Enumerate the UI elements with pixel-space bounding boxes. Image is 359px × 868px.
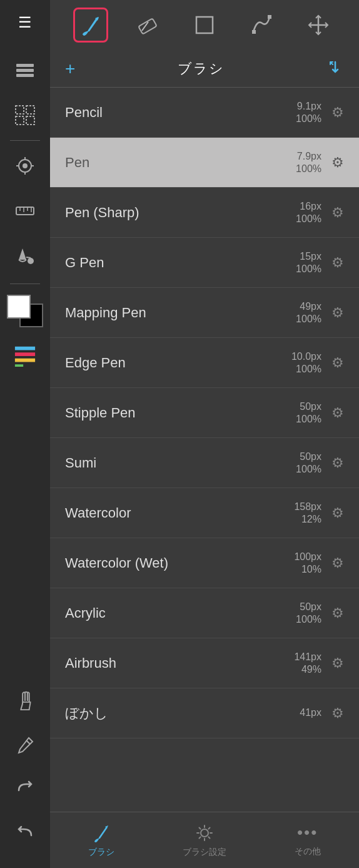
svg-rect-12 [15, 352, 35, 356]
sidebar-item-undo[interactable] [0, 813, 50, 858]
brush-item-size: 50px [300, 451, 321, 462]
svg-rect-18 [268, 15, 271, 19]
brush-item-settings-button[interactable]: ⚙ [331, 205, 344, 221]
brush-list-item[interactable]: Sumi 50px 100% ⚙ [50, 438, 359, 488]
sidebar-item-redo[interactable] [0, 768, 50, 813]
brush-list-item[interactable]: Pen 7.9px 100% ⚙ [50, 138, 359, 188]
tab-brush-settings[interactable]: ブラシ設定 [153, 823, 256, 858]
brush-item-name: ぼかし [65, 704, 300, 723]
brush-item-settings-button[interactable]: ⚙ [331, 355, 344, 371]
svg-point-19 [201, 829, 208, 837]
brush-item-size: 100px [294, 551, 321, 563]
svg-rect-17 [252, 30, 256, 34]
brush-item-settings-button[interactable]: ⚙ [331, 305, 344, 321]
brush-item-opacity: 100% [296, 163, 321, 175]
brush-item-name: Watercolor (Wet) [65, 555, 294, 571]
brush-list-item[interactable]: Acrylic 50px 100% ⚙ [50, 588, 359, 638]
redo-icon [14, 779, 36, 802]
brush-panel-title: ブラシ [178, 59, 225, 78]
brush-item-info: 50px 100% [296, 401, 321, 425]
tab-other[interactable]: ••• その他 [256, 823, 359, 857]
sort-brush-button[interactable] [326, 58, 344, 79]
svg-rect-0 [16, 64, 34, 67]
hamburger-menu-button[interactable]: ☰ [0, 0, 50, 45]
fill-icon [14, 245, 36, 267]
sidebar-item-layers[interactable] [0, 48, 50, 93]
brush-panel: + ブラシ Pencil 9.1px 100% ⚙ Pen 7.9px [50, 50, 359, 812]
brush-item-size: 15px [300, 251, 321, 262]
move-tool-button[interactable] [301, 8, 336, 43]
brush-item-opacity: 100% [296, 263, 321, 275]
hamburger-icon: ☰ [18, 14, 32, 31]
brush-item-name: Airbrush [65, 655, 294, 671]
sidebar-item-palette[interactable] [0, 333, 50, 378]
brush-item-settings-button[interactable]: ⚙ [331, 255, 344, 271]
brush-item-size: 41px [300, 707, 321, 718]
brush-list-item[interactable]: G Pen 15px 100% ⚙ [50, 238, 359, 288]
svg-rect-6 [26, 116, 34, 125]
palette-icon [14, 344, 36, 367]
brush-item-settings-button[interactable]: ⚙ [331, 405, 344, 421]
svg-rect-4 [26, 106, 34, 114]
brush-panel-header: + ブラシ [50, 50, 359, 88]
brush-list-item[interactable]: Pencil 9.1px 100% ⚙ [50, 88, 359, 138]
brush-item-settings-button[interactable]: ⚙ [331, 155, 344, 171]
brush-list-item[interactable]: Mapping Pen 49px 100% ⚙ [50, 288, 359, 338]
svg-point-8 [23, 163, 28, 168]
brush-item-settings-button[interactable]: ⚙ [331, 555, 344, 571]
add-brush-button[interactable]: + [65, 60, 75, 78]
brush-item-opacity: 100% [296, 113, 321, 125]
brush-item-info: 158px 12% [294, 501, 321, 525]
brush-item-info: 50px 100% [296, 601, 321, 625]
sidebar-item-hand[interactable] [0, 678, 50, 723]
brush-item-settings-button[interactable]: ⚙ [331, 705, 344, 722]
brush-item-name: Pen [65, 155, 296, 171]
brush-item-name: Edge Pen [65, 355, 291, 371]
brush-list-item[interactable]: Airbrush 141px 49% ⚙ [50, 638, 359, 688]
brush-item-size: 158px [294, 501, 321, 513]
brush-list-item[interactable]: Watercolor (Wet) 100px 10% ⚙ [50, 538, 359, 588]
hand-icon [14, 689, 36, 712]
brush-list-item[interactable]: ぼかし 41px ⚙ [50, 688, 359, 738]
sidebar-item-eyedropper[interactable] [0, 723, 50, 768]
brush-tab-icon [91, 823, 111, 843]
layers-icon [14, 59, 36, 81]
brush-settings-tab-label: ブラシ設定 [183, 847, 226, 858]
paintbrush-tool-button[interactable] [73, 8, 108, 43]
brush-list-item[interactable]: Pen (Sharp) 16px 100% ⚙ [50, 188, 359, 238]
sidebar-item-fill[interactable] [0, 233, 50, 278]
brush-list-item[interactable]: Watercolor 158px 12% ⚙ [50, 488, 359, 538]
brush-item-name: Pen (Sharp) [65, 205, 296, 221]
brush-item-opacity: 49% [301, 664, 321, 675]
brush-item-opacity: 10% [301, 564, 321, 575]
brush-item-opacity: 12% [301, 514, 321, 525]
svg-rect-15 [138, 18, 157, 34]
eraser-tool-button[interactable] [130, 8, 165, 43]
brush-item-info: 7.9px 100% [296, 151, 321, 175]
brush-item-size: 16px [300, 201, 321, 212]
brush-list-item[interactable]: Edge Pen 10.0px 100% ⚙ [50, 338, 359, 388]
brush-item-settings-button[interactable]: ⚙ [331, 505, 344, 521]
selection-tool-button[interactable] [187, 8, 222, 43]
tab-brush[interactable]: ブラシ [50, 823, 153, 858]
brush-item-settings-button[interactable]: ⚙ [331, 605, 344, 621]
pen-tool-button[interactable] [244, 8, 279, 43]
more-tab-icon: ••• [297, 823, 318, 842]
brush-item-info: 41px [300, 707, 321, 720]
brush-item-settings-button[interactable]: ⚙ [331, 105, 344, 121]
svg-rect-14 [15, 364, 23, 367]
foreground-color-swatch[interactable] [7, 295, 31, 319]
color-swatches[interactable] [0, 289, 50, 333]
brush-list-item[interactable]: Stipple Pen 50px 100% ⚙ [50, 388, 359, 438]
svg-rect-1 [16, 69, 34, 72]
sidebar-item-ruler[interactable] [0, 188, 50, 233]
brush-item-info: 141px 49% [294, 651, 321, 675]
transform-icon [14, 155, 36, 177]
sidebar-item-select[interactable] [0, 93, 50, 138]
brush-item-settings-button[interactable]: ⚙ [331, 455, 344, 471]
brush-item-name: Watercolor [65, 505, 294, 521]
sidebar-item-transform[interactable] [0, 143, 50, 188]
eraser-icon [136, 13, 159, 37]
brush-item-settings-button[interactable]: ⚙ [331, 655, 344, 671]
brush-item-name: G Pen [65, 255, 296, 271]
